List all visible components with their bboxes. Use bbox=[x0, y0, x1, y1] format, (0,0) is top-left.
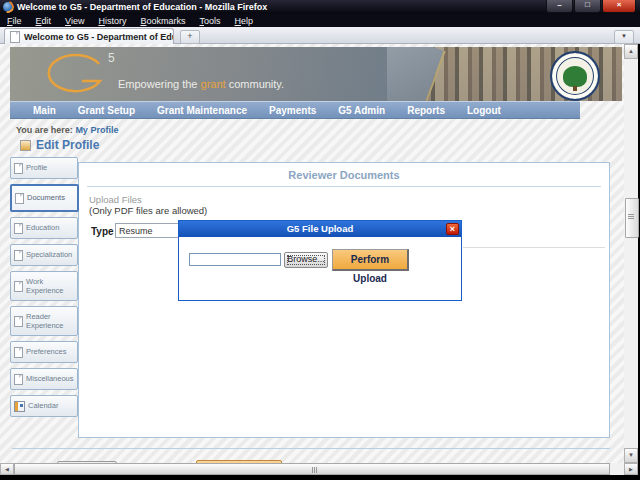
breadcrumb: You are here: My Profile bbox=[16, 125, 118, 135]
close-window-button[interactable]: × bbox=[602, 0, 636, 13]
sidebar-tab-documents[interactable]: Documents bbox=[10, 184, 79, 212]
sidebar-tab-preferences[interactable]: Preferences bbox=[10, 341, 78, 363]
g5-banner: 5 Empowering the grant community. bbox=[10, 47, 622, 101]
sidebar-tab-reader-experience[interactable]: Reader Experience bbox=[10, 306, 78, 336]
divider bbox=[463, 247, 605, 248]
horizontal-scrollbar[interactable]: ◀ ▶ bbox=[0, 463, 638, 475]
g5-file-upload-dialog: G5 File Upload × Browse... Perform Uploa… bbox=[178, 220, 462, 301]
menu-file[interactable]: File bbox=[0, 16, 29, 26]
dialog-close-icon[interactable]: × bbox=[446, 223, 459, 235]
profile-sidebar: Profile Documents Education Specializati… bbox=[10, 157, 78, 422]
breadcrumb-my-profile-link[interactable]: My Profile bbox=[75, 125, 118, 135]
document-icon bbox=[14, 316, 23, 327]
page-icon bbox=[10, 31, 20, 43]
upload-files-label: Upload Files bbox=[89, 194, 142, 205]
menu-tools[interactable]: Tools bbox=[192, 16, 227, 26]
document-icon bbox=[14, 281, 23, 292]
sidebar-tab-miscellaneous[interactable]: Miscellaneous bbox=[10, 368, 78, 390]
type-label: Type bbox=[91, 226, 114, 237]
maximize-button[interactable]: □ bbox=[574, 0, 601, 13]
sidebar-tab-education[interactable]: Education bbox=[10, 217, 78, 239]
document-icon bbox=[15, 193, 24, 204]
dialog-title: G5 File Upload bbox=[287, 223, 354, 234]
document-icon bbox=[14, 250, 23, 261]
nav-g5-admin[interactable]: G5 Admin bbox=[327, 105, 396, 116]
main-navigation: Main Grant Setup Grant Maintenance Payme… bbox=[10, 101, 580, 119]
sidebar-tab-work-experience[interactable]: Work Experience bbox=[10, 271, 78, 301]
scroll-up-icon[interactable]: ▲ bbox=[624, 44, 638, 59]
menu-help[interactable]: Help bbox=[227, 16, 260, 26]
divider bbox=[12, 448, 610, 449]
browser-menubar: File Edit View History Bookmarks Tools H… bbox=[0, 14, 640, 27]
sidebar-tab-specialization[interactable]: Specialization bbox=[10, 244, 78, 266]
nav-grant-maintenance[interactable]: Grant Maintenance bbox=[146, 105, 258, 116]
banner-tagline: Empowering the grant community. bbox=[118, 78, 284, 90]
nav-main[interactable]: Main bbox=[22, 105, 67, 116]
page-title: Edit Profile bbox=[36, 138, 99, 152]
nav-reports[interactable]: Reports bbox=[396, 105, 456, 116]
g5-logo-sup: 5 bbox=[108, 51, 115, 65]
menu-history[interactable]: History bbox=[91, 16, 133, 26]
nav-grant-setup[interactable]: Grant Setup bbox=[67, 105, 146, 116]
pdf-only-note: (Only PDF files are allowed) bbox=[89, 205, 207, 216]
scroll-down-icon[interactable]: ▼ bbox=[624, 448, 638, 463]
screen-edge bbox=[0, 475, 640, 480]
browser-tab[interactable]: Welcome to G5 - Department of Edu... bbox=[4, 28, 174, 44]
horizontal-scrollbar-thumb[interactable] bbox=[14, 463, 610, 475]
nav-logout[interactable]: Logout bbox=[456, 105, 512, 116]
nav-payments[interactable]: Payments bbox=[258, 105, 327, 116]
scroll-left-icon[interactable]: ◀ bbox=[0, 463, 14, 475]
menu-bookmarks[interactable]: Bookmarks bbox=[133, 16, 192, 26]
divider bbox=[87, 186, 601, 187]
sidebar-tab-profile[interactable]: Profile bbox=[10, 157, 78, 179]
document-icon bbox=[14, 374, 23, 385]
document-icon bbox=[14, 163, 23, 174]
dept-of-education-seal bbox=[550, 51, 600, 101]
dialog-body: Browse... Perform Upload bbox=[179, 237, 461, 300]
vertical-scrollbar[interactable]: ▲ ▼ bbox=[624, 44, 638, 463]
document-icon bbox=[14, 347, 23, 358]
sidebar-tab-calendar[interactable]: Calendar bbox=[10, 395, 78, 417]
breadcrumb-label: You are here: bbox=[16, 125, 73, 135]
section-title: Reviewer Documents bbox=[79, 169, 609, 181]
menu-view[interactable]: View bbox=[58, 16, 91, 26]
tab-title: Welcome to G5 - Department of Edu... bbox=[24, 32, 174, 42]
scroll-right-icon[interactable]: ▶ bbox=[624, 463, 638, 475]
document-icon bbox=[14, 223, 23, 234]
calendar-icon bbox=[14, 401, 25, 412]
seal-tree-icon bbox=[563, 66, 587, 87]
new-tab-button[interactable]: + bbox=[180, 30, 200, 44]
minimize-button[interactable]: – bbox=[546, 0, 573, 13]
edit-profile-icon bbox=[20, 140, 31, 151]
menu-edit[interactable]: Edit bbox=[29, 16, 59, 26]
dialog-titlebar: G5 File Upload × bbox=[179, 221, 461, 237]
g5-logo bbox=[40, 51, 106, 101]
list-all-tabs-button[interactable]: ▼ bbox=[614, 30, 634, 44]
browse-button[interactable]: Browse... bbox=[284, 252, 328, 268]
firefox-window: Welcome to G5 - Department of Education … bbox=[0, 0, 640, 480]
window-controls: – □ × bbox=[545, 0, 636, 13]
firefox-icon bbox=[3, 2, 13, 12]
vertical-scrollbar-thumb[interactable] bbox=[625, 198, 639, 238]
browser-tabbar: Welcome to G5 - Department of Edu... + ▼ bbox=[0, 27, 640, 44]
window-titlebar: Welcome to G5 - Department of Education … bbox=[0, 0, 640, 14]
file-path-input[interactable] bbox=[189, 253, 281, 266]
perform-upload-button[interactable]: Perform Upload bbox=[332, 249, 409, 271]
window-title: Welcome to G5 - Department of Education … bbox=[17, 2, 267, 12]
page-viewport: 5 Empowering the grant community. Main G… bbox=[0, 44, 624, 463]
page-heading: Edit Profile bbox=[20, 138, 99, 152]
